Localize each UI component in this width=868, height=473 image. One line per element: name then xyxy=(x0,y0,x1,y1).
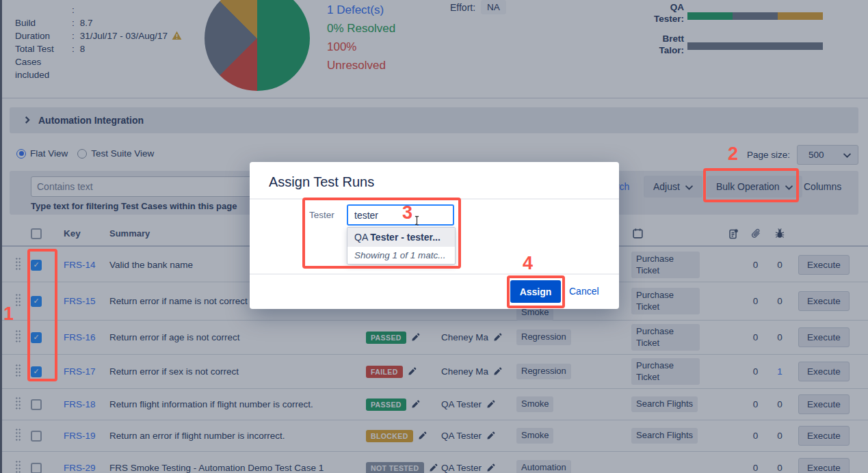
tester-input[interactable] xyxy=(347,204,454,226)
tester-field-label: Tester xyxy=(309,210,334,220)
tester-suggestion-item[interactable]: QA Tester - tester... xyxy=(347,228,455,247)
annotation-step-2: 2 xyxy=(728,145,738,163)
test-plan-page: :121 : Build :8.7 Duration :31/Jul/17 - … xyxy=(0,0,868,473)
text-cursor xyxy=(414,215,420,228)
dialog-footer xyxy=(250,273,619,309)
dialog-title: Assign Test Runs xyxy=(250,162,619,200)
annotation-step-3: 3 xyxy=(402,204,412,222)
annotation-step-4: 4 xyxy=(523,254,533,273)
annotation-step-1: 1 xyxy=(3,305,14,323)
assign-test-runs-dialog: Assign Test Runs Tester QA Tester - test… xyxy=(250,162,619,309)
suggestions-result-note: Showing 1 of 1 matc... xyxy=(347,247,455,264)
tester-suggestions-dropdown: QA Tester - tester... Showing 1 of 1 mat… xyxy=(347,227,456,265)
cancel-link[interactable]: Cancel xyxy=(569,286,599,297)
assign-button[interactable]: Assign xyxy=(510,280,561,303)
